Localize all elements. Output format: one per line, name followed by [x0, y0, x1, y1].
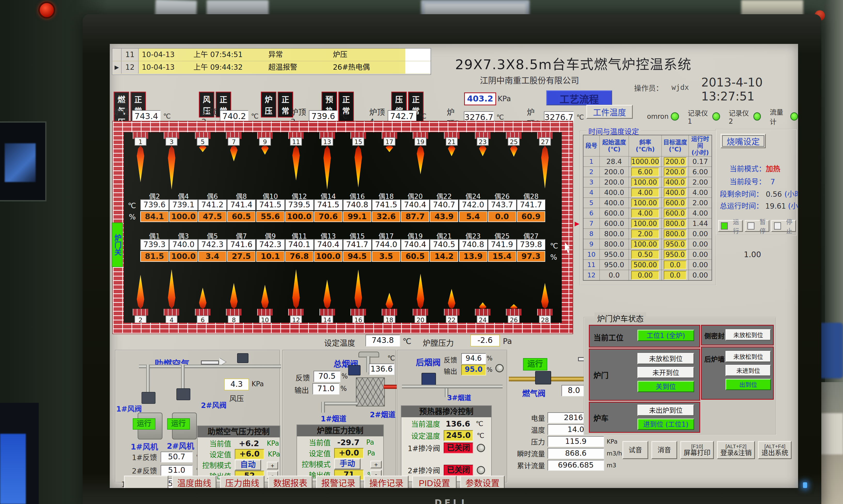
segment-rate[interactable]: 100.00: [629, 198, 662, 208]
segment-number: ▶5: [583, 198, 599, 208]
mode-button[interactable]: 自动: [235, 460, 261, 470]
segment-rate[interactable]: 1000.00: [629, 157, 662, 167]
burner-number: 8: [228, 316, 240, 323]
process-flow-button[interactable]: 工艺流程: [546, 90, 612, 105]
segment-rate[interactable]: 4.00: [629, 208, 662, 218]
status-box: 未放松到位: [725, 351, 771, 362]
stop-checkbox[interactable]: 停止: [771, 220, 796, 232]
segment-target-temp[interactable]: 0.0: [662, 270, 689, 281]
thermocouple-output: 81.5: [140, 251, 169, 262]
total-runtime-value: 19.61: [765, 202, 786, 211]
segment-rate[interactable]: 2.00: [629, 229, 662, 239]
segment-rate[interactable]: 0.50: [629, 249, 662, 260]
bottom-toolbar: 温度曲线 压力曲线 数据报表 报警记录 操作记录 PID设置 参数设置: [124, 475, 505, 488]
segment-target-temp[interactable]: 600.0: [662, 198, 689, 208]
segment-start-temp: 600.0: [599, 218, 629, 229]
set-temp-label: 设定温度: [401, 430, 440, 441]
thermocouple-temp: 741.2: [198, 199, 227, 210]
alarm-row[interactable]: 11 10-04-13 上午 07:54:51 异常 炉压: [112, 49, 431, 61]
toolbar-button[interactable]: 数据报表: [268, 475, 312, 488]
toolbar-button[interactable]: 参数设置: [460, 475, 505, 488]
segment-rate[interactable]: 500.00: [629, 260, 662, 270]
segment-row[interactable]: ▶7 600.0 100.00 800.0 1.44: [583, 218, 712, 229]
thermocouple-cell: 偶8 741.4 60.5: [227, 191, 255, 222]
burner: 18: [380, 267, 398, 323]
set-value[interactable]: +0.0: [334, 448, 364, 458]
increase-button[interactable]: +: [370, 461, 382, 468]
segment-target-temp[interactable]: 400.0: [662, 187, 689, 198]
thermocouple-cell: 偶21 740.5 14.2: [430, 231, 458, 262]
thermocouple-cell: 偶2 739.6 84.1: [140, 191, 169, 222]
set-value[interactable]: +6.0: [235, 449, 264, 459]
device-ok-icon: [790, 112, 798, 121]
thermocouple-temp: 740.4: [314, 239, 342, 250]
segment-rate[interactable]: 4.00: [629, 187, 662, 198]
segment-target-temp[interactable]: 950.0: [662, 249, 689, 260]
segment-target-temp[interactable]: 950.0: [662, 239, 689, 249]
segment-row[interactable]: ▶8 800.0 2.00 800.0 0.00: [583, 229, 712, 239]
segment-rate[interactable]: 100.00: [629, 177, 662, 187]
chamber-pressure-unit: Pa: [503, 337, 512, 346]
toolbar-button[interactable]: 报警记录: [316, 475, 361, 488]
segment-target-temp[interactable]: 800.0: [662, 229, 689, 239]
segment-row[interactable]: ▶9 800.0 100.00 950.0 0.00: [583, 239, 712, 249]
segment-row[interactable]: ▶3 200.0 100.00 400.0 2.00: [583, 177, 712, 187]
door-car-status-panel: 炉门炉车状态 当前工位 工位1 (全炉) 炉门 未放松到位未开到位关到位 炉车: [584, 317, 776, 435]
pause-checkbox[interactable]: 暂停: [745, 220, 769, 232]
run-checkbox[interactable]: 运行: [718, 220, 743, 232]
toolbar-button[interactable]: [124, 475, 168, 488]
system-button[interactable]: 试音: [623, 441, 648, 459]
system-button[interactable]: [ALT+F4] 退出系统: [758, 441, 792, 459]
segment-rate[interactable]: 100.00: [629, 239, 662, 249]
toolbar-button[interactable]: PID设置: [412, 475, 456, 488]
system-button[interactable]: [ALT+F2] 登录&注销: [717, 441, 755, 459]
set-temp-value[interactable]: 245.0: [444, 430, 473, 441]
segment-row[interactable]: ▶6 600.0 4.00 600.0 4.00: [583, 208, 712, 218]
gas-reading-label: 电量: [509, 413, 545, 423]
burner-number: 20: [414, 316, 426, 323]
alarm-row[interactable]: 12 10-04-13 上午 09:44:32 超温报警 26#热电偶: [112, 61, 431, 74]
thermocouple-cell: 偶1 739.3 81.5: [140, 231, 169, 262]
segment-row[interactable]: ▶4 400.0 4.00 400.0 4.00: [583, 187, 712, 198]
segment-table[interactable]: 段号 起始温度(℃) 斜率(℃/h) 目标温度(℃) 运行时间(小时) ▶1 2…: [583, 135, 712, 281]
thermocouple-temp: 740.8: [343, 199, 371, 210]
segment-row[interactable]: ▶11 950.0 500.00 0.0 0.00: [583, 260, 712, 270]
toolbar-button[interactable]: 温度曲线: [172, 475, 216, 488]
system-button[interactable]: [F10] 屏幕打印: [680, 441, 714, 459]
increase-button[interactable]: +: [267, 462, 278, 469]
toolbar-button[interactable]: 操作记录: [364, 475, 409, 488]
segment-row[interactable]: ▶10 950.0 0.50 950.0 0.00: [583, 249, 712, 260]
segment-number: ▶6: [583, 208, 599, 218]
segment-target-temp[interactable]: 0.0: [662, 260, 689, 270]
flame-icon: [416, 274, 425, 309]
segment-rate[interactable]: 100.00: [629, 218, 662, 229]
segment-row[interactable]: ▶2 200.0 6.00 200.0 6.00: [583, 167, 712, 177]
datetime: 2013-4-10 13:27:51: [701, 75, 798, 103]
roof-temp-value: 740.2: [220, 110, 249, 122]
thermocouple-temp: 741.5: [256, 199, 285, 210]
workpiece-temp-button[interactable]: 工件温度: [586, 105, 633, 119]
segment-target-temp[interactable]: 400.0: [662, 177, 689, 187]
system-button[interactable]: 消音: [651, 441, 677, 459]
air-riser: [181, 364, 185, 389]
thermocouple-temp: 740.0: [169, 239, 198, 250]
segment-rate[interactable]: 0.00: [629, 270, 662, 281]
segment-target-temp[interactable]: 600.0: [662, 208, 689, 218]
segment-target-temp[interactable]: 200.0: [662, 157, 689, 167]
segment-row[interactable]: ▶5 400.0 100.00 600.0 2.00: [583, 198, 712, 208]
thermocouple-row-odd: 偶1 739.3 81.5 偶3 740.0 100.0: [124, 231, 562, 262]
segment-target-temp[interactable]: 800.0: [662, 218, 689, 229]
segment-target-temp[interactable]: 200.0: [662, 167, 689, 177]
alarm-list[interactable]: 11 10-04-13 上午 07:54:51 异常 炉压 12 10-04-1…: [112, 48, 431, 75]
segment-rate[interactable]: 6.00: [629, 167, 662, 177]
rear-out-value[interactable]: 95.0: [461, 364, 486, 375]
segment-row[interactable]: ▶12 0.0 0.00 0.0 0.00: [583, 270, 712, 281]
segment-row[interactable]: ▶1 28.4 1000.00 200.0 0.17: [583, 157, 712, 167]
burner-settings-button[interactable]: 烧嘴设定: [721, 134, 766, 148]
cool-valve2-status: 已关闭: [444, 465, 473, 475]
toolbar-button[interactable]: 压力曲线: [220, 475, 265, 488]
mode-button[interactable]: 手动: [334, 458, 361, 469]
thermocouple-output: 47.5: [198, 211, 227, 222]
burner-number: 14: [321, 316, 333, 323]
thermocouple-label: 偶17: [372, 231, 400, 239]
